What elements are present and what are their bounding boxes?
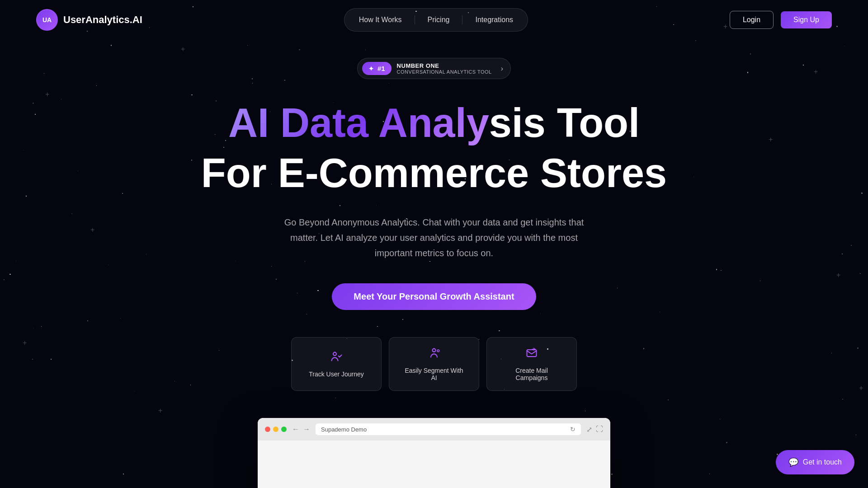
hero-title-gradient: AI Data Analy xyxy=(228,100,489,145)
nav-links: How It Works Pricing Integrations xyxy=(344,8,528,32)
cta-button[interactable]: Meet Your Personal Growth Assistant xyxy=(332,283,536,310)
chat-icon: 💬 xyxy=(788,457,798,467)
svg-point-1 xyxy=(433,349,436,352)
browser-dot-red[interactable] xyxy=(265,427,270,432)
hero-title-line2: For E-Commerce Stores xyxy=(201,150,667,197)
browser-refresh-icon[interactable]: ↻ xyxy=(570,426,576,433)
main-content: ✦ #1 NUMBER ONE CONVERSATIONAL ANALYTICS… xyxy=(0,40,868,488)
login-button[interactable]: Login xyxy=(730,11,774,29)
easily-segment-icon xyxy=(428,347,440,362)
badge[interactable]: ✦ #1 NUMBER ONE CONVERSATIONAL ANALYTICS… xyxy=(357,58,511,79)
browser-content xyxy=(258,441,610,488)
svg-rect-3 xyxy=(527,350,537,357)
badge-arrow-icon: › xyxy=(501,65,503,73)
hero-title-white: sis Tool xyxy=(489,100,640,145)
svg-point-0 xyxy=(333,352,336,356)
track-user-journey-icon xyxy=(330,350,343,366)
navbar: UA UserAnalytics.AI How It Works Pricing… xyxy=(0,0,868,40)
badge-star: ✦ xyxy=(368,65,374,72)
browser-url-text: Supademo Demo xyxy=(321,426,367,433)
feature-card-track-user-journey[interactable]: Track User Journey xyxy=(291,337,382,391)
badge-sub-text: CONVERSATIONAL ANALYTICS TOOL xyxy=(397,69,492,75)
browser-external-icon[interactable]: ⤢ xyxy=(586,425,592,434)
browser-forward-icon[interactable]: → xyxy=(303,425,310,433)
svg-point-2 xyxy=(437,350,439,352)
nav-pricing[interactable]: Pricing xyxy=(417,11,461,28)
nav-divider-1 xyxy=(415,15,415,24)
nav-actions: Login Sign Up xyxy=(730,11,832,29)
easily-segment-label: Easily Segment With AI xyxy=(403,367,465,381)
track-user-journey-label: Track User Journey xyxy=(309,371,364,378)
nav-how-it-works[interactable]: How It Works xyxy=(348,11,413,28)
browser-dots xyxy=(265,427,287,432)
hero-description: Go Beyond Anonymous Analytics. Chat with… xyxy=(276,215,592,261)
browser-fullscreen-icon[interactable]: ⛶ xyxy=(596,425,603,434)
browser-actions: ⤢ ⛶ xyxy=(586,425,603,434)
get-in-touch-button[interactable]: 💬 Get in touch xyxy=(776,450,854,474)
nav-divider-2 xyxy=(462,15,462,24)
badge-top-text: NUMBER ONE xyxy=(397,62,492,69)
browser-topbar: ← → Supademo Demo ↻ ⤢ ⛶ xyxy=(258,418,610,441)
mail-campaigns-icon xyxy=(525,347,538,362)
badge-number-pill: ✦ #1 xyxy=(362,62,392,75)
signup-button[interactable]: Sign Up xyxy=(781,11,832,28)
badge-num: #1 xyxy=(377,65,385,72)
browser-nav: ← → xyxy=(292,425,310,433)
feature-cards: Track User Journey Easily Segment With A… xyxy=(291,337,577,391)
browser-url-bar[interactable]: Supademo Demo ↻ xyxy=(316,423,581,435)
browser-mock: ← → Supademo Demo ↻ ⤢ ⛶ xyxy=(258,418,610,488)
logo-area[interactable]: UA UserAnalytics.AI xyxy=(36,9,142,31)
hero-title-line1: AI Data Analysis Tool xyxy=(228,101,640,145)
browser-back-icon[interactable]: ← xyxy=(292,425,299,433)
browser-dot-green[interactable] xyxy=(281,427,287,432)
browser-dot-yellow[interactable] xyxy=(273,427,278,432)
logo-icon: UA xyxy=(36,9,58,31)
logo-text: UserAnalytics.AI xyxy=(63,14,142,26)
feature-card-mail-campaigns[interactable]: Create Mail Campaigns xyxy=(486,337,577,391)
nav-integrations[interactable]: Integrations xyxy=(464,11,524,28)
get-in-touch-label: Get in touch xyxy=(803,458,842,466)
mail-campaigns-label: Create Mail Campaigns xyxy=(500,367,563,381)
badge-text: NUMBER ONE CONVERSATIONAL ANALYTICS TOOL xyxy=(397,62,492,75)
feature-card-easily-segment[interactable]: Easily Segment With AI xyxy=(389,337,479,391)
